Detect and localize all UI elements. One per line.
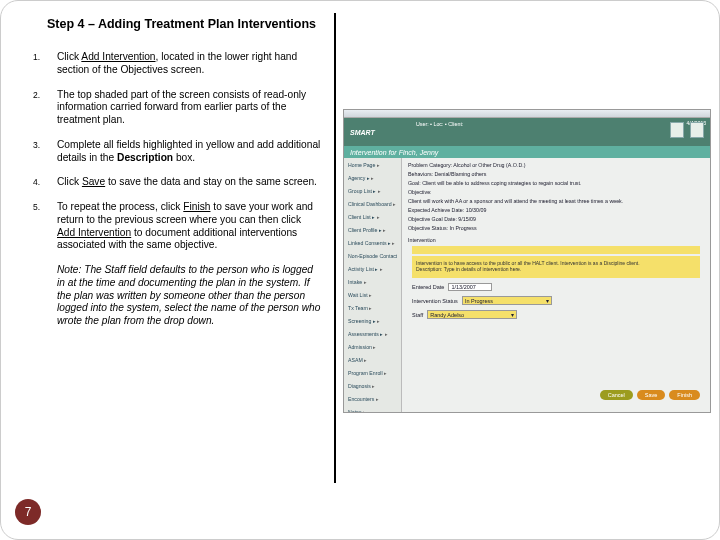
finish-button[interactable]: Finish bbox=[669, 390, 700, 400]
header-icon-2 bbox=[690, 122, 704, 138]
step-1-text: Click Add Intervention, located in the l… bbox=[57, 51, 321, 77]
sidebar-item[interactable]: Intake bbox=[348, 279, 397, 285]
cancel-button[interactable]: Cancel bbox=[600, 390, 633, 400]
instruction-list: 1. Click Add Intervention, located in th… bbox=[33, 51, 321, 252]
sidebar-item[interactable]: Clinical Dashboard bbox=[348, 201, 397, 207]
sidebar-item[interactable]: Diagnosis bbox=[348, 383, 397, 389]
step-1: 1. Click Add Intervention, located in th… bbox=[33, 51, 321, 77]
button-row: Cancel Save Finish bbox=[600, 390, 700, 400]
save-button[interactable]: Save bbox=[637, 390, 666, 400]
ro-l1: Problem Category: Alcohol or Other Drug … bbox=[408, 162, 704, 168]
page-number-badge: 7 bbox=[15, 499, 41, 525]
step-1-num: 1. bbox=[33, 51, 57, 77]
sidebar-item[interactable]: Assessments ▸ bbox=[348, 331, 397, 337]
sidebar-item[interactable]: Non-Episode Contact bbox=[348, 253, 397, 259]
app-subheader: Intervention for Finch, Jenny bbox=[344, 146, 710, 158]
sidebar-item[interactable]: ASAM bbox=[348, 357, 397, 363]
step-2-text: The top shaded part of the screen consis… bbox=[57, 89, 321, 127]
ro-l3: Goal: Client will be able to address cop… bbox=[408, 180, 704, 186]
sidebar-item[interactable]: Notes bbox=[348, 409, 397, 413]
app-header: SMART User: ▪ Loc: ▪ Client: 4/4/2013 bbox=[344, 118, 710, 146]
step-4-post: to save the data and stay on the same sc… bbox=[105, 176, 317, 187]
step-1-underline: Add Intervention bbox=[81, 51, 155, 62]
step-title: Step 4 – Adding Treatment Plan Intervent… bbox=[47, 17, 701, 31]
intervention-field[interactable] bbox=[412, 246, 700, 254]
staff-select[interactable]: Randy Adelso bbox=[427, 310, 517, 319]
step-5-pre: To repeat the process, click bbox=[57, 201, 183, 212]
header-icon-1 bbox=[670, 122, 684, 138]
app-main: Problem Category: Alcohol or Other Drug … bbox=[402, 158, 710, 412]
sidebar-item[interactable]: Encounters bbox=[348, 396, 397, 402]
status-label: Intervention Status bbox=[412, 298, 458, 304]
step-2: 2. The top shaded part of the screen con… bbox=[33, 89, 321, 127]
step-5-u1: Finish bbox=[183, 201, 210, 212]
staff-row: Staff Randy Adelso bbox=[412, 310, 700, 319]
step-2-num: 2. bbox=[33, 89, 57, 127]
ro-l5: Client will work with AA or a sponsor an… bbox=[408, 198, 704, 204]
sidebar-item[interactable]: Admission bbox=[348, 344, 397, 350]
note-text: Note: The Staff field defaults to the pe… bbox=[57, 264, 321, 328]
step-5-u2: Add Intervention bbox=[57, 227, 131, 238]
step-3-num: 3. bbox=[33, 139, 57, 165]
status-select[interactable]: In Progress bbox=[462, 296, 552, 305]
step-4-underline: Save bbox=[82, 176, 105, 187]
step-3-text: Complete all fields highlighted in yello… bbox=[57, 139, 321, 165]
note-content: Note: The Staff field defaults to the pe… bbox=[57, 264, 320, 326]
sidebar-item[interactable]: Agency ▸ bbox=[348, 175, 397, 181]
sidebar-item[interactable]: Client Profile ▸ bbox=[348, 227, 397, 233]
status-row: Intervention Status In Progress bbox=[412, 296, 700, 305]
step-3-bold: Description bbox=[117, 152, 173, 163]
ro-l2: Behaviors: Denial/Blaming others bbox=[408, 171, 704, 177]
step-5-num: 5. bbox=[33, 201, 57, 252]
step-4-num: 4. bbox=[33, 176, 57, 189]
ro-l8: Objective Status: In Progress bbox=[408, 225, 704, 231]
staff-label: Staff bbox=[412, 312, 423, 318]
sidebar-item[interactable]: Client List ▸ bbox=[348, 214, 397, 220]
sidebar-item[interactable]: Linked Consents ▸ bbox=[348, 240, 397, 246]
app-brand: SMART bbox=[350, 129, 375, 136]
sidebar-item[interactable]: Activity List ▸ bbox=[348, 266, 397, 272]
ro-l6: Expected Achieve Date: 10/30/09 bbox=[408, 207, 704, 213]
app-header-info: User: ▪ Loc: ▪ Client: bbox=[416, 121, 463, 127]
step-3-post: box. bbox=[173, 152, 195, 163]
sidebar-item[interactable]: Screening ▸ bbox=[348, 318, 397, 324]
sidebar-item[interactable]: Home Page bbox=[348, 162, 397, 168]
step-5-text: To repeat the process, click Finish to s… bbox=[57, 201, 321, 252]
entered-date-row: Entered Date 1/13/2007 bbox=[412, 283, 700, 291]
step-4-text: Click Save to save the data and stay on … bbox=[57, 176, 321, 189]
app-sidebar: Home PageAgency ▸Group List ▸Clinical Da… bbox=[344, 158, 402, 412]
sidebar-item[interactable]: Tx Team bbox=[348, 305, 397, 311]
step-1-pre: Click bbox=[57, 51, 81, 62]
ro-l7: Objective Goal Date: 9/15/09 bbox=[408, 216, 704, 222]
app-screenshot: SMART User: ▪ Loc: ▪ Client: 4/4/2013 In… bbox=[343, 109, 711, 413]
sidebar-item[interactable]: Wait List bbox=[348, 292, 397, 298]
desc-line2: Description: Type in details of interven… bbox=[416, 266, 696, 272]
entered-date-field[interactable]: 1/13/2007 bbox=[448, 283, 492, 291]
app-toolbar bbox=[344, 110, 710, 118]
sidebar-item[interactable]: Group List ▸ bbox=[348, 188, 397, 194]
description-field[interactable]: Intervention is to have access to the pu… bbox=[412, 256, 700, 278]
intervention-label: Intervention bbox=[408, 237, 704, 243]
step-5: 5. To repeat the process, click Finish t… bbox=[33, 201, 321, 252]
vertical-divider bbox=[334, 13, 336, 483]
step-3: 3. Complete all fields highlighted in ye… bbox=[33, 139, 321, 165]
step-4: 4. Click Save to save the data and stay … bbox=[33, 176, 321, 189]
entered-date-label: Entered Date bbox=[412, 284, 444, 290]
ro-l4: Objective: bbox=[408, 189, 704, 195]
sidebar-item[interactable]: Program Enroll bbox=[348, 370, 397, 376]
app-header-icons bbox=[670, 122, 704, 138]
step-4-pre: Click bbox=[57, 176, 82, 187]
